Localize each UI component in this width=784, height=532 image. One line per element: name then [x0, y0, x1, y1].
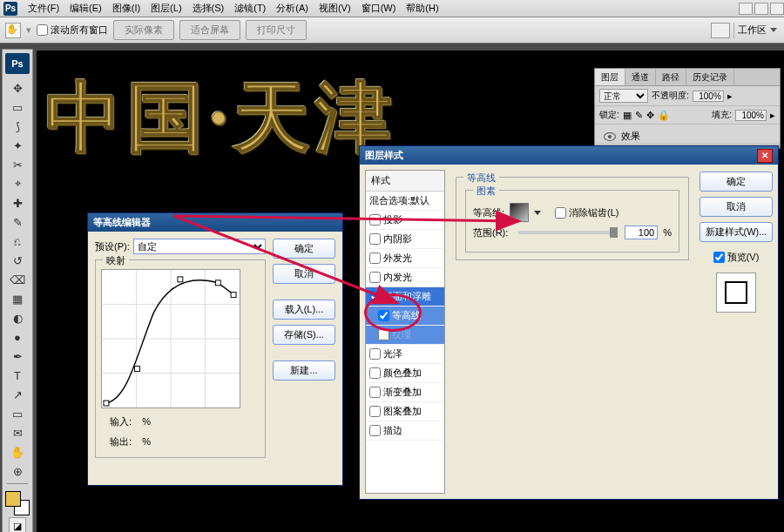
menu-file[interactable]: 文件(F)	[23, 2, 64, 15]
hand-tool-icon[interactable]: ✋	[5, 23, 21, 38]
cancel-button[interactable]: 取消	[700, 197, 773, 217]
ok-button[interactable]: 确定	[700, 172, 773, 192]
tab-history[interactable]: 历史记录	[686, 69, 734, 85]
foreground-color[interactable]	[5, 491, 21, 507]
ok-button[interactable]: 确定	[273, 239, 335, 259]
stamp-tool[interactable]: ⎌	[6, 232, 29, 250]
canvas-text: 中国·天津	[45, 66, 397, 170]
zoom-tool[interactable]: ⊕	[6, 462, 29, 480]
tab-channels[interactable]: 通道	[625, 69, 656, 85]
dodge-tool[interactable]: ●	[6, 328, 29, 346]
lock-all-icon[interactable]: 🔒	[658, 110, 670, 121]
history-brush-tool[interactable]: ↺	[6, 252, 29, 269]
gradient-tool[interactable]: ▦	[6, 290, 29, 307]
scroll-all-checkbox[interactable]: 滚动所有窗口	[37, 24, 108, 37]
print-size-button[interactable]: 打印尺寸	[246, 20, 307, 40]
preview-checkbox[interactable]: 预览(V)	[700, 251, 773, 264]
style-texture[interactable]: 纹理	[366, 326, 444, 345]
tab-paths[interactable]: 路径	[656, 69, 686, 85]
new-button[interactable]: 新建...	[273, 360, 335, 380]
wand-tool[interactable]: ✦	[6, 137, 29, 154]
style-satin[interactable]: 光泽	[366, 345, 444, 364]
svg-rect-8	[178, 277, 183, 282]
menu-filter[interactable]: 滤镜(T)	[229, 2, 271, 15]
anti-alias-checkbox[interactable]: 消除锯齿(L)	[555, 206, 618, 219]
preset-select[interactable]: 自定	[133, 239, 266, 254]
menu-image[interactable]: 图像(I)	[107, 2, 145, 15]
menu-window[interactable]: 窗口(W)	[356, 2, 402, 15]
blend-mode-select[interactable]: 正常	[599, 89, 648, 103]
path-tool[interactable]: ↗	[6, 386, 29, 403]
actual-pixels-button[interactable]: 实际像素	[113, 20, 174, 40]
style-inner-glow[interactable]: 内发光	[366, 268, 444, 287]
style-stroke[interactable]: 描边	[366, 421, 444, 441]
fill-value[interactable]: 100%	[735, 110, 767, 121]
layer-style-dialog: 图层样式 ✕ 样式 混合选项:默认 投影 内阴影 外发光 内发光 斜面和浮雕 等…	[359, 145, 779, 500]
blur-tool[interactable]: ◐	[6, 309, 29, 327]
range-slider[interactable]	[610, 227, 618, 238]
layer-style-titlebar[interactable]: 图层样式 ✕	[360, 146, 778, 165]
style-color-overlay[interactable]: 颜色叠加	[366, 364, 444, 383]
goto-bridge-icon[interactable]	[711, 23, 730, 38]
cancel-button[interactable]: 取消	[273, 264, 335, 284]
fit-screen-button[interactable]: 适合屏幕	[179, 20, 240, 40]
marquee-tool[interactable]: ▭	[6, 98, 29, 116]
style-gradient-overlay[interactable]: 渐变叠加	[366, 383, 444, 402]
lock-pixels-icon[interactable]: ✎	[635, 110, 643, 121]
eraser-tool[interactable]: ⌫	[6, 271, 29, 288]
pen-tool[interactable]: ✒	[6, 347, 29, 365]
lock-position-icon[interactable]: ✥	[646, 110, 654, 121]
move-tool[interactable]: ✥	[6, 79, 29, 97]
layer-effects-row[interactable]: 效果	[604, 130, 771, 143]
new-style-button[interactable]: 新建样式(W)...	[700, 222, 773, 242]
visibility-icon[interactable]	[604, 132, 616, 141]
style-pattern-overlay[interactable]: 图案叠加	[366, 402, 444, 421]
svg-rect-6	[104, 401, 109, 406]
shape-tool[interactable]: ▭	[6, 405, 29, 422]
load-button[interactable]: 载入(L)...	[273, 300, 335, 320]
close-icon[interactable]: ✕	[757, 149, 773, 163]
tab-layers[interactable]: 图层	[595, 69, 625, 85]
menu-analysis[interactable]: 分析(A)	[271, 2, 314, 15]
eyedropper-tool[interactable]: ⌖	[6, 175, 29, 192]
menu-edit[interactable]: 编辑(E)	[64, 2, 107, 15]
brush-tool[interactable]: ✎	[6, 213, 29, 231]
close-icon[interactable]	[770, 3, 784, 15]
opacity-value[interactable]: 100%	[693, 91, 724, 102]
contour-swatch[interactable]	[510, 203, 529, 222]
style-contour[interactable]: 等高线	[366, 306, 444, 326]
menu-layer[interactable]: 图层(L)	[145, 2, 186, 15]
style-inner-shadow[interactable]: 内阴影	[366, 230, 444, 249]
lasso-tool[interactable]: ⟆	[6, 118, 29, 135]
crop-tool[interactable]: ✂	[6, 156, 29, 173]
fill-arrow-icon[interactable]: ▸	[770, 110, 775, 121]
notes-tool[interactable]: ✉	[6, 424, 29, 441]
menu-select[interactable]: 选择(S)	[187, 2, 230, 15]
menu-view[interactable]: 视图(V)	[314, 2, 356, 15]
minimize-icon[interactable]	[739, 3, 753, 15]
color-swatch[interactable]	[5, 491, 30, 515]
quickmask-icon[interactable]: ◪	[9, 517, 26, 532]
workspace-label[interactable]: 工作区	[738, 24, 767, 37]
save-button[interactable]: 存储(S)...	[273, 325, 335, 345]
healing-tool[interactable]: ✚	[6, 194, 29, 212]
blend-options-row[interactable]: 混合选项:默认	[366, 192, 444, 211]
style-bevel-emboss[interactable]: 斜面和浮雕	[366, 287, 444, 306]
style-outer-glow[interactable]: 外发光	[366, 249, 444, 268]
contour-dropdown-icon[interactable]	[534, 211, 541, 215]
options-bar: ✋ ▾ 滚动所有窗口 实际像素 适合屏幕 打印尺寸 工作区	[0, 17, 784, 44]
hand-tool[interactable]: ✋	[6, 443, 29, 461]
chevron-down-icon[interactable]	[770, 28, 777, 32]
contour-editor-titlebar[interactable]: 等高线编辑器	[88, 213, 342, 232]
style-drop-shadow[interactable]: 投影	[366, 211, 444, 230]
style-list: 样式 混合选项:默认 投影 内阴影 外发光 内发光 斜面和浮雕 等高线 纹理 光…	[365, 170, 445, 494]
curve-canvas[interactable]	[101, 269, 240, 408]
type-tool[interactable]: T	[6, 367, 29, 384]
lock-transparency-icon[interactable]: ▦	[623, 110, 632, 121]
opacity-arrow-icon[interactable]: ▸	[727, 91, 733, 102]
range-input[interactable]	[625, 226, 658, 239]
mapping-label: 映射	[103, 254, 129, 267]
restore-icon[interactable]	[754, 3, 768, 15]
style-list-header[interactable]: 样式	[366, 171, 444, 192]
menu-help[interactable]: 帮助(H)	[401, 2, 443, 15]
